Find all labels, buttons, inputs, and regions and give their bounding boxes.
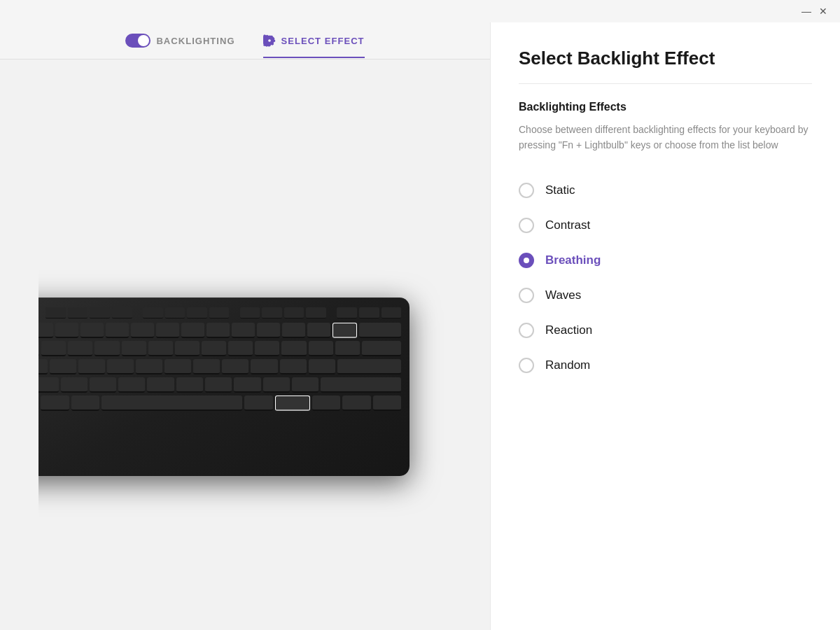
radio-contrast[interactable]: [519, 218, 534, 233]
effect-label-breathing: Breathing: [545, 253, 601, 267]
effect-list: Static Contrast Breathing Waves: [519, 176, 812, 380]
radio-static[interactable]: [519, 183, 534, 198]
gear-icon: [263, 34, 276, 47]
tab-select-effect-label: SELECT EFFECT: [281, 36, 365, 46]
main-content: BACKLIGHTING SELECT EFFECT: [0, 22, 840, 630]
effect-label-waves: Waves: [545, 288, 581, 302]
effect-item-contrast[interactable]: Contrast: [519, 211, 812, 240]
keyboard-area: [38, 59, 451, 630]
backlighting-toggle[interactable]: [125, 34, 150, 48]
effect-item-breathing[interactable]: Breathing: [519, 246, 812, 275]
effect-item-reaction[interactable]: Reaction: [519, 316, 812, 345]
radio-waves[interactable]: [519, 288, 534, 303]
effect-label-static: Static: [545, 183, 575, 197]
title-bar: — ✕: [0, 0, 840, 22]
left-panel: BACKLIGHTING SELECT EFFECT: [0, 22, 490, 630]
close-button[interactable]: ✕: [815, 3, 832, 20]
radio-reaction[interactable]: [519, 323, 534, 338]
effect-label-random: Random: [545, 358, 590, 372]
tab-bar: BACKLIGHTING SELECT EFFECT: [0, 22, 490, 59]
effect-item-waves[interactable]: Waves: [519, 281, 812, 310]
section-title: Backlighting Effects: [519, 101, 812, 113]
app-window: — ✕ BACKLIGHTING: [0, 0, 840, 630]
effect-item-static[interactable]: Static: [519, 176, 812, 205]
radio-random[interactable]: [519, 358, 534, 373]
tab-select-effect[interactable]: SELECT EFFECT: [263, 34, 365, 58]
panel-divider: [519, 83, 812, 84]
keyboard-body: [38, 298, 410, 476]
section-description: Choose between different backlighting ef…: [519, 122, 812, 153]
radio-breathing[interactable]: [519, 253, 534, 268]
right-panel: Select Backlight Effect Backlighting Eff…: [490, 22, 840, 630]
minimize-button[interactable]: —: [798, 3, 815, 20]
panel-title: Select Backlight Effect: [519, 48, 812, 69]
effect-item-random[interactable]: Random: [519, 351, 812, 380]
effect-label-contrast: Contrast: [545, 218, 590, 232]
tab-backlighting-label: BACKLIGHTING: [156, 36, 234, 46]
tab-backlighting[interactable]: BACKLIGHTING: [125, 34, 234, 59]
effect-label-reaction: Reaction: [545, 323, 592, 337]
